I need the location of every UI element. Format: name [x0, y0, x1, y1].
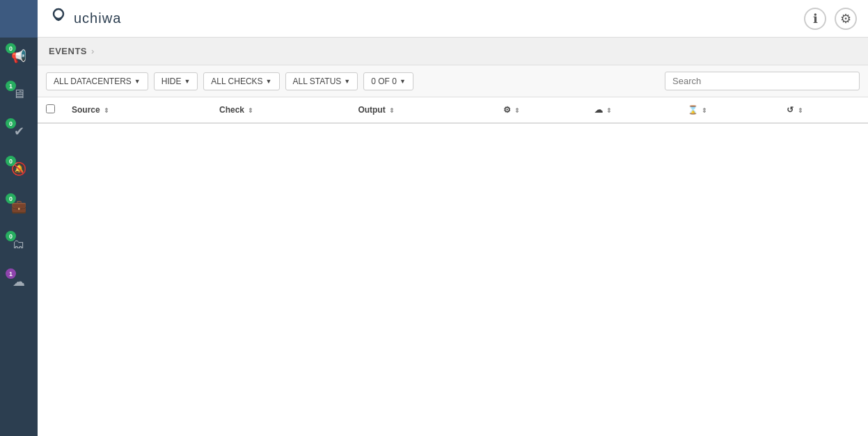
- datacenter-gear-icon: ⚙: [503, 105, 511, 115]
- sidebar-item-silences[interactable]: 0 🔕: [0, 150, 38, 188]
- check-label: Check: [219, 105, 244, 115]
- settings-button[interactable]: ⚙: [835, 8, 857, 30]
- status-column[interactable]: ⌛ ⇕: [679, 97, 778, 123]
- check-sort-icon: ⇕: [248, 107, 253, 114]
- source-sort-icon: ⇕: [104, 107, 109, 114]
- hide-caret: ▼: [184, 78, 190, 85]
- table-header: Source ⇕ Check ⇕ Output ⇕ ⚙ ⇕: [38, 97, 868, 123]
- output-label: Output: [358, 105, 385, 115]
- silences-badge: 0: [6, 156, 16, 166]
- output-column[interactable]: Output ⇕: [349, 97, 494, 123]
- breadcrumb-separator: ›: [91, 46, 94, 56]
- checks-label: ALL CHECKS: [211, 76, 262, 86]
- sidebar-item-stashes[interactable]: 1 ☁: [0, 263, 38, 300]
- table-body: [38, 123, 868, 401]
- aggregates-badge: 0: [6, 193, 16, 204]
- logo-icon: [49, 7, 68, 31]
- main-content: uchiwa ℹ ⚙ EVENTS › ALL DATACENTERS ▼ HI…: [38, 0, 868, 436]
- status-filter[interactable]: ALL STATUS ▼: [285, 72, 358, 90]
- source-column[interactable]: Source ⇕: [63, 97, 211, 123]
- search-input[interactable]: [665, 72, 860, 90]
- sidebar: 0 📢 1 🖥 0 ✔ 0 🔕 0 💼 0 🗂 1 ☁: [0, 0, 38, 436]
- client-column[interactable]: ☁ ⇕: [586, 97, 679, 123]
- sidebar-item-checks[interactable]: 0 ✔: [0, 113, 38, 150]
- breadcrumb: EVENTS ›: [38, 38, 868, 65]
- datacenters-badge: 0: [6, 231, 16, 241]
- info-button[interactable]: ℹ: [804, 8, 826, 30]
- history-sort-icon: ⇕: [798, 107, 803, 114]
- output-sort-icon: ⇕: [389, 107, 395, 114]
- checks-badge: 0: [6, 118, 16, 129]
- history-icon: ↺: [787, 105, 794, 115]
- sidebar-item-aggregates[interactable]: 0 💼: [0, 188, 38, 225]
- sidebar-item-events[interactable]: 0 📢: [0, 38, 38, 75]
- sidebar-item-clients[interactable]: 1 🖥: [0, 75, 38, 113]
- events-table: Source ⇕ Check ⇕ Output ⇕ ⚙ ⇕: [38, 97, 868, 402]
- count-caret: ▼: [400, 78, 406, 85]
- events-table-area: Source ⇕ Check ⇕ Output ⇕ ⚙ ⇕: [38, 97, 868, 436]
- gear-icon: ⚙: [840, 11, 851, 26]
- status-sort-icon: ⇕: [702, 107, 707, 114]
- logo: uchiwa: [49, 7, 121, 31]
- breadcrumb-events[interactable]: EVENTS: [49, 46, 87, 56]
- count-filter[interactable]: 0 OF 0 ▼: [363, 72, 413, 90]
- filters-bar: ALL DATACENTERS ▼ HIDE ▼ ALL CHECKS ▼ AL…: [38, 65, 868, 97]
- logo-text: uchiwa: [74, 10, 121, 26]
- datacenter-column[interactable]: ⚙ ⇕: [495, 97, 586, 123]
- clients-badge: 1: [6, 81, 16, 91]
- sidebar-item-datacenters[interactable]: 0 🗂: [0, 225, 38, 263]
- info-icon: ℹ: [813, 11, 818, 26]
- checks-caret: ▼: [266, 78, 272, 85]
- sidebar-brand-strip: [0, 0, 38, 38]
- checks-filter[interactable]: ALL CHECKS ▼: [203, 72, 279, 90]
- client-cloud-icon: ☁: [594, 105, 603, 115]
- history-column[interactable]: ↺ ⇕: [778, 97, 868, 123]
- check-column[interactable]: Check ⇕: [211, 97, 349, 123]
- stashes-badge: 1: [6, 268, 16, 279]
- select-all-checkbox[interactable]: [46, 104, 55, 113]
- svg-point-0: [54, 9, 63, 19]
- source-label: Source: [72, 105, 100, 115]
- select-all-column[interactable]: [38, 97, 63, 123]
- status-timer-icon: ⌛: [688, 105, 698, 115]
- events-badge: 0: [6, 43, 16, 54]
- topbar-actions: ℹ ⚙: [804, 8, 857, 30]
- client-sort-icon: ⇕: [606, 107, 612, 114]
- topbar: uchiwa ℹ ⚙: [38, 0, 868, 38]
- datacenters-filter[interactable]: ALL DATACENTERS ▼: [46, 72, 148, 90]
- hide-filter[interactable]: HIDE ▼: [154, 72, 198, 90]
- hide-label: HIDE: [161, 76, 182, 86]
- datacenters-label: ALL DATACENTERS: [54, 76, 132, 86]
- status-label: ALL STATUS: [293, 76, 342, 86]
- status-caret: ▼: [344, 78, 350, 85]
- datacenters-caret: ▼: [134, 78, 141, 85]
- count-label: 0 OF 0: [371, 76, 397, 86]
- datacenter-sort-icon: ⇕: [514, 107, 520, 114]
